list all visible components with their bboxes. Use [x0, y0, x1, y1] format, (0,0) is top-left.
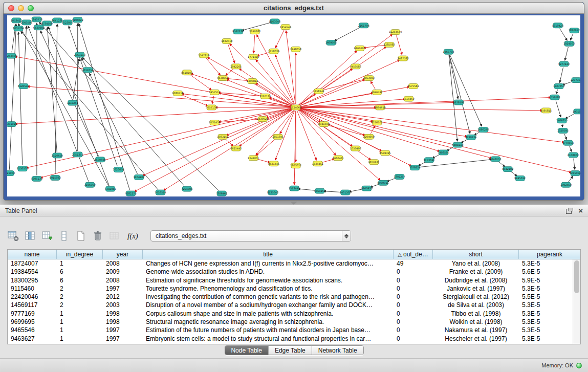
column-visibility-button[interactable]: [23, 229, 37, 243]
function-builder-button[interactable]: f(x): [124, 229, 140, 243]
cell-title[interactable]: Estimation of significance thresholds fo…: [143, 276, 394, 285]
graph-node[interactable]: 1021903: [7, 171, 15, 176]
graph-node[interactable]: 1830021: [257, 117, 268, 122]
cell-year[interactable]: 2003: [103, 301, 143, 309]
column-header-short[interactable]: short: [433, 250, 519, 259]
graph-node[interactable]: 9245012: [514, 176, 526, 181]
graph-node[interactable]: 8642102: [502, 167, 513, 172]
graph-edge[interactable]: [254, 35, 255, 54]
graph-edge[interactable]: [299, 108, 492, 158]
cell-pagerank[interactable]: 5.3E-5: [519, 301, 573, 309]
graph-node[interactable]: 1050493: [350, 146, 361, 151]
tab-edge-table[interactable]: Edge Table: [269, 346, 312, 355]
graph-edge[interactable]: [449, 55, 458, 99]
cell-name[interactable]: 9465546: [8, 326, 57, 334]
graph-node[interactable]: 7306461: [216, 191, 227, 196]
graph-node[interactable]: 1832018: [221, 38, 232, 43]
graph-edge[interactable]: [226, 109, 293, 136]
graph-node[interactable]: 9530698: [95, 157, 106, 162]
graph-node[interactable]: 2277355: [571, 78, 580, 83]
table-row[interactable]: 1872400712008Changes of HCN gene express…: [8, 259, 573, 268]
graph-edge[interactable]: [560, 68, 563, 83]
graph-node[interactable]: 2457512: [209, 90, 220, 95]
table-settings-button[interactable]: [6, 229, 20, 243]
cell-name[interactable]: 9463627: [8, 335, 57, 343]
graph-node[interactable]: 1770554: [562, 140, 574, 145]
graph-node[interactable]: 1406355: [556, 118, 568, 123]
graph-node[interactable]: 7487583: [398, 56, 409, 61]
graph-node[interactable]: 9567234: [232, 29, 244, 34]
graph-edge[interactable]: [18, 24, 108, 186]
graph-node[interactable]: 1954549: [280, 25, 291, 30]
graph-node[interactable]: 1285083: [384, 42, 395, 47]
cell-out_de[interactable]: 0: [394, 310, 433, 318]
cell-in_degree[interactable]: 2: [57, 293, 103, 301]
graph-node[interactable]: 1092450: [560, 182, 572, 187]
graph-node[interactable]: 9575584: [407, 83, 419, 89]
graph-node[interactable]: 1547919: [198, 53, 209, 58]
cell-title[interactable]: Structural magnetic resonance image aver…: [143, 318, 394, 326]
graph-edge[interactable]: [323, 191, 342, 192]
import-table-button[interactable]: [107, 229, 122, 243]
graph-node[interactable]: 8641239: [52, 18, 63, 23]
graph-node[interactable]: 8531445: [268, 161, 279, 166]
graph-node[interactable]: 4860251: [314, 188, 325, 193]
graph-edge[interactable]: [40, 108, 293, 178]
graph-node[interactable]: 9046253: [490, 157, 501, 162]
graph-node[interactable]: 1864610: [375, 105, 386, 110]
graph-node[interactable]: 1595815: [540, 108, 552, 113]
graph-node[interactable]: 9312057: [82, 68, 94, 73]
cell-in_degree[interactable]: 1: [57, 310, 103, 318]
cell-title[interactable]: Investigating the contribution of common…: [143, 293, 394, 301]
graph-node[interactable]: 3220139: [259, 94, 271, 99]
graph-node[interactable]: 2063113: [74, 52, 85, 57]
graph-node[interactable]: 1903022: [290, 163, 301, 168]
graph-node[interactable]: 1958142: [313, 89, 324, 94]
cell-short[interactable]: de Silva et al. (2003): [433, 301, 519, 309]
cell-year[interactable]: 1997: [103, 326, 143, 334]
table-row[interactable]: 946554611997Estimation of the future num…: [8, 326, 573, 334]
graph-node[interactable]: 9277443: [558, 61, 570, 67]
graph-edge[interactable]: [298, 189, 316, 191]
graph-edge[interactable]: [39, 22, 185, 186]
graph-edge[interactable]: [299, 97, 551, 107]
graph-node[interactable]: 1840778: [31, 17, 42, 22]
graph-node[interactable]: 6108902: [568, 152, 579, 158]
graph-edge[interactable]: [299, 108, 572, 172]
cell-pagerank[interactable]: 5.3E-5: [519, 335, 573, 343]
cell-name[interactable]: 18300295: [8, 276, 57, 285]
tab-network-table[interactable]: Network Table: [312, 346, 363, 355]
graph-node[interactable]: 1218039: [268, 49, 279, 54]
cell-title[interactable]: Genome-wide association studies in ADHD.: [143, 268, 394, 276]
cell-in_degree[interactable]: 6: [57, 276, 103, 285]
graph-node[interactable]: 2051351: [72, 152, 83, 157]
new-table-button[interactable]: [74, 229, 88, 243]
cell-title[interactable]: Tourette syndrome. Phenomenology and cla…: [143, 285, 394, 293]
graph-edge[interactable]: [363, 45, 386, 48]
graph-edge[interactable]: [69, 26, 117, 166]
graph-node[interactable]: 9438551: [217, 76, 228, 81]
cell-pagerank[interactable]: 5.3E-5: [519, 310, 573, 318]
table-selector-dropdown[interactable]: citations_edges.txt: [150, 230, 351, 242]
graph-node[interactable]: 1046742: [372, 90, 383, 95]
table-row[interactable]: 911546021997Tourette syndrome. Phenomeno…: [8, 285, 573, 293]
table-row[interactable]: 977716911998Corpus callosum shape and si…: [8, 310, 573, 318]
graph-node[interactable]: 1924503: [563, 41, 575, 46]
cell-short[interactable]: Dudbridge et al. (2008): [433, 276, 519, 285]
graph-node[interactable]: 8126540: [18, 83, 29, 89]
scrollbar-thumb[interactable]: [574, 260, 579, 293]
cell-pagerank[interactable]: 5.3E-5: [519, 318, 573, 326]
graph-node[interactable]: 2520659: [52, 153, 63, 158]
row-view-button[interactable]: [57, 229, 71, 243]
cell-name[interactable]: 22420046: [8, 293, 57, 301]
graph-edge[interactable]: [565, 47, 569, 60]
graph-node[interactable]: 8059011: [378, 180, 389, 185]
graph-edge[interactable]: [226, 79, 293, 106]
graph-edge[interactable]: [212, 96, 214, 104]
table-row[interactable]: 1456911722003Disruption of a novel membe…: [8, 301, 573, 309]
cell-out_de[interactable]: 0: [394, 301, 433, 309]
graph-edge[interactable]: [228, 45, 235, 63]
close-panel-icon[interactable]: ×: [578, 208, 583, 214]
cell-pagerank[interactable]: 5.9E-5: [519, 276, 573, 285]
graph-edge[interactable]: [511, 171, 517, 176]
